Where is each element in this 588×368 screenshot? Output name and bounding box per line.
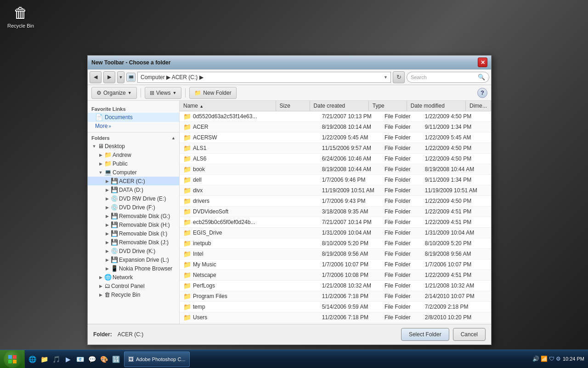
folder-icon: 📁 [183,218,191,226]
tree-item-data-(d:)[interactable]: ▶💾DATA (D:) [88,185,179,194]
search-box[interactable]: Search 🔍 [407,72,489,83]
ie-icon[interactable]: 🌐 [27,354,38,365]
tree-item-removable-disk-(g:)[interactable]: ▶💾Removable Disk (G:) [88,212,179,220]
file-size-cell [283,190,318,191]
help-button[interactable]: ? [477,88,487,98]
svg-rect-1 [13,355,17,359]
taskbar-active-window[interactable]: 🖼 Adobe Photoshop C... [124,351,190,367]
organize-button[interactable]: ⚙ Organize ▼ [91,87,137,99]
table-row[interactable]: 📁 ALS1 11/15/2006 9:57 AM File Folder 1/… [180,143,491,154]
table-row[interactable]: 📁 ACER 8/19/2008 10:14 AM File Folder 9/… [180,122,491,132]
table-row[interactable]: 📁 Program Files 11/2/2006 7:18 PM File F… [180,291,491,302]
table-row[interactable]: 📁 dell 1/7/2006 9:46 PM File Folder 9/11… [180,175,491,185]
tree-item-removable-disk-(h:)[interactable]: ▶💾Removable Disk (H:) [88,220,179,229]
file-date-modified-cell: 1/7/2006 10:07 PM [421,260,484,269]
table-row[interactable]: 📁 ACERSW 1/22/2009 5:45 AM File Folder 1… [180,132,491,143]
col-header-dim[interactable]: Dime... [466,101,491,111]
tree-item-dvd-drive-(f:)[interactable]: ▶💿DVD Drive (F:) [88,203,179,212]
tree-item-icon: 💾 [111,213,118,219]
file-name-cell: 📁 My Music [180,260,283,269]
close-button[interactable]: ✕ [478,58,487,67]
file-type-cell: File Folder [381,282,421,290]
table-row[interactable]: 📁 Netscape 1/7/2006 10:08 PM File Folder… [180,270,491,281]
tree-item-removable-disk-(j:)[interactable]: ▶💾Removable Disk (J:) [88,238,179,247]
table-row[interactable]: 📁 temp 5/14/2006 9:59 AM File Folder 7/2… [180,302,491,312]
tree-item-icon: 💾 [111,256,118,263]
folder-icon: 📁 [183,144,191,152]
recycle-bin-desktop-icon[interactable]: 🗑 Recycle Bin [5,5,37,29]
tree-item-desktop[interactable]: ▼🖥Desktop [88,142,179,150]
tree-item-removable-disk-(i:)[interactable]: ▶💾Removable Disk (I:) [88,229,179,238]
chat-icon[interactable]: 💬 [86,354,97,365]
tree-item-public[interactable]: ▶📁Public [88,159,179,168]
tree-item-acer-(c:)[interactable]: ▶💾ACER (C:) [88,177,179,185]
select-folder-button[interactable]: Select Folder [401,328,449,341]
network-tray-icon[interactable]: 🔊 [532,356,539,362]
col-header-date-modified[interactable]: Date modified [407,101,466,111]
tree-item-expansion-drive-(l:)[interactable]: ▶💾Expansion Drive (L:) [88,255,179,264]
start-button[interactable] [0,350,25,368]
file-dim-cell [484,285,491,287]
media-icon[interactable]: 🎵 [51,354,62,365]
table-row[interactable]: 📁 EGIS_Drive 1/31/2009 10:04 AM File Fol… [180,228,491,238]
file-rows-container: 📁 0d5520d63a2c53f14e63... 7/21/2007 10:1… [180,111,491,324]
cancel-button[interactable]: Cancel [453,328,486,341]
folder-icon: 📁 [183,271,191,279]
col-header-size[interactable]: Size [276,101,310,111]
table-row[interactable]: 📁 Intel 8/19/2008 9:56 AM File Folder 8/… [180,249,491,259]
file-date-created-cell: 1/7/2006 9:46 PM [318,176,381,184]
file-name-cell: 📁 temp [180,302,283,311]
more-link[interactable]: More » [88,122,179,130]
tree-item-computer[interactable]: ▼💻Computer [88,168,179,177]
paint-icon[interactable]: 🎨 [98,354,109,365]
col-header-date-created[interactable]: Date created [310,101,369,111]
file-type-cell: File Folder [381,292,421,300]
views-icon: ⊞ [150,90,154,96]
sidebar-item-documents[interactable]: 📄 Documents [88,113,179,122]
table-row[interactable]: 📁 ALS6 6/24/2006 10:46 AM File Folder 1/… [180,154,491,164]
file-dim-cell [484,232,491,234]
tree-item-icon: 🗂 [104,282,110,289]
dropdown-button[interactable]: ▼ [117,71,124,83]
tree-item-nokia-phone-browser[interactable]: ▶📱Nokia Phone Browser [88,264,179,273]
start-orb[interactable] [4,351,21,368]
table-row[interactable]: 📁 drivers 1/7/2006 9:43 PM File Folder 1… [180,196,491,207]
tree-expander-icon: ▼ [98,170,103,175]
volume-tray-icon[interactable]: 📶 [541,356,548,362]
taskbar-clock[interactable]: 10:24 PM [563,356,584,362]
col-header-type[interactable]: Type [369,101,407,111]
refresh-button[interactable]: ↻ [393,71,405,83]
table-row[interactable]: 📁 DVDVideoSoft 3/18/2008 9:35 AM File Fo… [180,207,491,217]
table-row[interactable]: 📁 ecb259b0c65f0ef0d24b... 7/21/2007 10:1… [180,217,491,228]
table-row[interactable]: 📁 PerfLogs 1/21/2008 10:32 AM File Folde… [180,281,491,291]
table-row[interactable]: 📁 0d5520d63a2c53f14e63... 7/21/2007 10:1… [180,111,491,122]
file-name: temp [193,304,205,310]
new-folder-button[interactable]: 📁 New Folder [189,87,236,99]
col-header-name[interactable]: Name ▲ [180,101,276,111]
tree-expander-icon: ▶ [98,161,103,167]
tree-item-recycle-bin[interactable]: ▶🗑Recycle Bin [88,290,179,299]
table-row[interactable]: 📁 divx 11/19/2009 10:51 AM File Folder 1… [180,185,491,196]
file-type-cell: File Folder [381,197,421,205]
tree-item-dvd-rw-drive-(e:)[interactable]: ▶💿DVD RW Drive (E:) [88,194,179,203]
tree-item-network[interactable]: ▶🌐Network [88,273,179,282]
play-icon[interactable]: ▶ [62,354,74,365]
folder-icon[interactable]: 📁 [39,354,50,365]
calc-icon[interactable]: 🔢 [110,354,121,365]
file-name-cell: 📁 Users [180,313,283,322]
tree-item-control-panel[interactable]: ▶🗂Control Panel [88,282,179,290]
table-row[interactable]: 📁 inetpub 8/10/2009 5:20 PM File Folder … [180,238,491,249]
file-list-header: Name ▲ Size Date created Type Date modif… [180,101,491,111]
back-button[interactable]: ◀ [90,71,102,83]
views-button[interactable]: ⊞ Views ▼ [145,87,182,99]
table-row[interactable]: 📁 Users 11/2/2006 7:18 PM File Folder 2/… [180,312,491,323]
address-path[interactable]: Computer ▶ ACER (C:) ▶ ▼ [137,72,391,83]
table-row[interactable]: 📁 book 8/19/2008 10:44 AM File Folder 8/… [180,164,491,175]
mail-icon[interactable]: 📧 [74,354,85,365]
file-list[interactable]: Name ▲ Size Date created Type Date modif… [180,101,491,324]
table-row[interactable]: 📁 My Music 1/7/2006 10:07 PM File Folder… [180,259,491,270]
folders-header[interactable]: Folders ▲ [88,134,179,142]
tree-item-dvd-drive-(k:)[interactable]: ▶💿DVD Drive (K:) [88,247,179,255]
tree-item-andrew[interactable]: ▶📁Andrew [88,150,179,159]
forward-button[interactable]: ▶ [103,71,115,83]
